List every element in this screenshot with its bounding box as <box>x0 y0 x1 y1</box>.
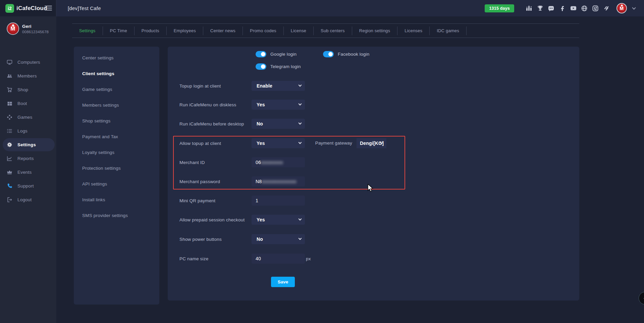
trophy-icon[interactable] <box>536 5 544 12</box>
sidebar-item-boot[interactable]: Boot <box>0 97 56 110</box>
sidebar-item-label: Shop <box>17 87 28 92</box>
submenu-api-settings[interactable]: API settings <box>74 176 159 192</box>
sidebar-item-settings[interactable]: Settings <box>0 138 56 152</box>
hamburger-menu-icon[interactable] <box>45 6 52 12</box>
globe-icon[interactable] <box>581 5 588 12</box>
user-name: Geri <box>22 24 49 29</box>
field-label: Allow topup at client <box>179 141 221 146</box>
logo-text: iCafeCloud <box>16 5 47 12</box>
mini-qr-payment-input[interactable]: 1 <box>252 196 305 206</box>
user-phone: 008612345678 <box>22 30 49 34</box>
field-label: Run iCafeMenu before desktop <box>179 121 244 126</box>
field-label: Topup login at client <box>179 84 221 89</box>
sidebar-item-support[interactable]: Support <box>0 179 56 193</box>
tab-promo-codes[interactable]: Promo codes <box>243 23 283 38</box>
submenu-payment-and-tax[interactable]: Payment and Tax <box>74 129 159 145</box>
cart-icon <box>7 87 12 93</box>
google-login-toggle[interactable] <box>256 51 266 57</box>
field-label: PC name size <box>179 256 208 261</box>
page-title: [dev]Test Cafe <box>68 5 101 11</box>
sidebar-item-logout[interactable]: Logout <box>0 193 56 207</box>
sidebar-item-label: Events <box>17 170 32 175</box>
submenu-install-links[interactable]: Install links <box>74 192 159 208</box>
chevron-down-icon <box>299 121 302 125</box>
tab-settings[interactable]: Settings <box>72 23 103 38</box>
sidebar-item-label: Logs <box>17 128 28 133</box>
icafecloud-icon[interactable] <box>592 5 599 12</box>
chevron-down-icon <box>299 102 302 106</box>
settings-submenu: Center settings Client settings Game set… <box>74 47 159 305</box>
submenu-game-settings[interactable]: Game settings <box>74 82 159 97</box>
user-avatar[interactable]: M <box>616 3 627 13</box>
merchant-password-input[interactable]: N8●●●●●●●●●●● <box>252 176 305 186</box>
facebook-icon[interactable] <box>558 5 566 12</box>
days-badge[interactable]: 1315 days <box>485 4 514 12</box>
payment-gateway-select[interactable]: Dengi[KG] <box>357 138 386 148</box>
facebook-login-toggle[interactable] <box>323 51 334 57</box>
collapse-widget-button[interactable] <box>639 292 644 305</box>
tab-pc-time[interactable]: PC Time <box>103 23 134 38</box>
save-button[interactable]: Save <box>271 277 295 287</box>
tab-employees[interactable]: Employees <box>167 23 203 38</box>
field-label: Show power buttons <box>179 237 222 242</box>
youtube-icon[interactable] <box>570 5 577 12</box>
phone-icon <box>7 183 12 189</box>
discord-icon[interactable] <box>547 5 555 12</box>
field-label: Merchant ID <box>179 160 205 165</box>
sidebar-item-logs[interactable]: Logs <box>0 124 56 138</box>
show-power-buttons-select[interactable]: No <box>252 234 305 244</box>
tab-sub-centers[interactable]: Sub centers <box>314 23 352 38</box>
submenu-center-settings[interactable]: Center settings <box>74 50 159 66</box>
sidebar-item-shop[interactable]: Shop <box>0 83 56 97</box>
tab-products[interactable]: Products <box>135 23 166 38</box>
client-settings-form: Google login Facebook login Telegram log… <box>168 47 579 301</box>
user-avatar-small: M <box>7 22 19 35</box>
sidebar-item-label: Games <box>17 115 33 120</box>
telegram-login-toggle[interactable] <box>256 63 266 70</box>
topup-login-select[interactable]: Enable <box>252 81 305 91</box>
sidebar-item-members[interactable]: Members <box>0 69 56 83</box>
submenu-members-settings[interactable]: Members settings <box>74 97 159 113</box>
sidebar-menu: Computers Members Shop Boot Games Logs S… <box>0 55 56 207</box>
sidebar-item-label: Computers <box>17 60 40 65</box>
monitor-icon <box>7 59 12 65</box>
pc-name-size-input[interactable]: 40 <box>252 254 305 264</box>
ranking-icon[interactable] <box>525 5 533 12</box>
run-icafemenu-diskless-select[interactable]: Yes <box>252 100 305 110</box>
sidebar-item-games[interactable]: Games <box>0 110 56 124</box>
blurred-value: ●●●●●●● <box>261 160 283 165</box>
allow-topup-select[interactable]: Yes <box>252 138 305 148</box>
toggle-label: Google login <box>270 52 297 57</box>
sidebar-item-events[interactable]: Events <box>0 165 56 179</box>
run-icafemenu-before-desktop-select[interactable]: No <box>252 119 305 129</box>
chevron-down-icon[interactable] <box>632 6 636 9</box>
submenu-protection-settings[interactable]: Protection settings <box>74 160 159 176</box>
field-label: Allow prepaid session checkout <box>179 217 245 222</box>
tab-license[interactable]: License <box>284 23 313 38</box>
px-suffix-label: px <box>306 256 311 261</box>
field-label: Run iCafeMenu on diskless <box>179 102 236 107</box>
submenu-client-settings[interactable]: Client settings <box>74 66 159 82</box>
settings-tab-bar: Settings PC Time Products Employees Cent… <box>72 23 579 38</box>
tab-licenses[interactable]: Licenses <box>397 23 429 38</box>
tab-idc-games[interactable]: IDC games <box>430 23 466 38</box>
merchant-id-input[interactable]: 06●●●●●●● <box>252 157 305 167</box>
top-header: i2 iCafeCloud [dev]Test Cafe 1315 days <box>0 0 644 16</box>
tab-region-settings[interactable]: Region settings <box>352 23 397 38</box>
tab-center-news[interactable]: Center news <box>203 23 243 38</box>
logo-area: i2 iCafeCloud <box>0 0 56 16</box>
submenu-loyalty-settings[interactable]: Loyalty settings <box>74 145 159 160</box>
submenu-shop-settings[interactable]: Shop settings <box>74 113 159 129</box>
sidebar-item-computers[interactable]: Computers <box>0 55 56 69</box>
sidebar-item-reports[interactable]: Reports <box>0 152 56 165</box>
field-label: Mini QR payment <box>179 198 215 203</box>
chevron-down-icon <box>299 84 302 87</box>
sidebar: M Geri 008612345678 Computers Members Sh… <box>0 16 56 323</box>
layers-icon[interactable] <box>603 5 610 12</box>
sidebar-user[interactable]: M Geri 008612345678 <box>0 16 56 35</box>
logout-icon <box>7 197 12 203</box>
sidebar-item-label: Support <box>17 183 34 189</box>
allow-prepaid-checkout-select[interactable]: Yes <box>252 215 305 225</box>
submenu-sms-provider-settings[interactable]: SMS provider settings <box>74 208 159 223</box>
sidebar-item-label: Boot <box>17 101 27 106</box>
